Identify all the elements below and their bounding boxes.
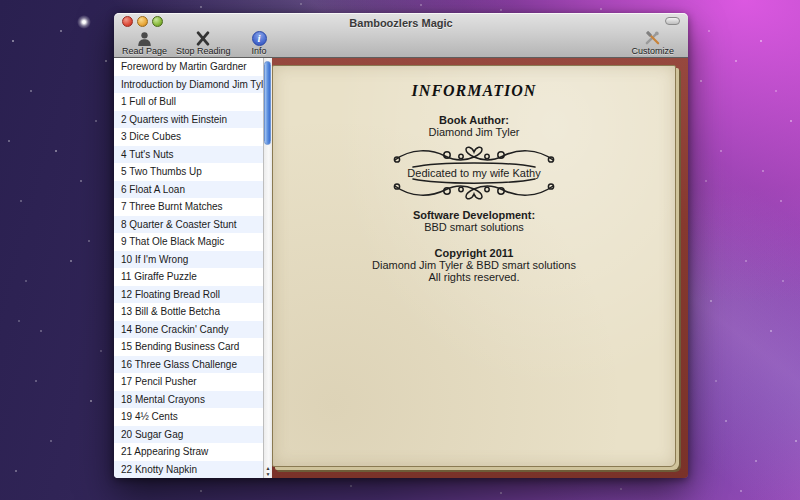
bright-star (77, 15, 91, 29)
toolbar: Read Page Stop Reading i Info (114, 30, 688, 57)
read-page-button[interactable]: Read Page (122, 30, 167, 56)
list-item[interactable]: 11 Giraffe Puzzle (114, 268, 263, 286)
info-icon: i (252, 30, 267, 46)
list-item[interactable]: 19 4½ Cents (114, 408, 263, 426)
flourish-top-icon (389, 143, 559, 168)
list-item[interactable]: 13 Bill & Bottle Betcha (114, 303, 263, 321)
person-icon (136, 30, 153, 46)
titlebar[interactable]: Bamboozlers Magic (114, 13, 688, 30)
window-header: Bamboozlers Magic Read Page (114, 13, 688, 58)
list-item[interactable]: Introduction by Diamond Jim Tyler (114, 76, 263, 94)
book-panel: INFORMATION Book Author: Diamond Jim Tyl… (272, 58, 688, 478)
customize-button[interactable]: Customize (631, 30, 674, 56)
list-item[interactable]: 16 Three Glass Challenge (114, 356, 263, 374)
x-icon (195, 30, 211, 46)
list-item[interactable]: 20 Sugar Gag (114, 426, 263, 444)
list-item[interactable]: 22 Knotty Napkin (114, 461, 263, 479)
list-item[interactable]: 10 If I'm Wrong (114, 251, 263, 269)
close-button[interactable] (122, 16, 133, 27)
info-button[interactable]: i Info (252, 30, 267, 56)
list-item[interactable]: 8 Quarter & Coaster Stunt (114, 216, 263, 234)
copyright-line2: All rights reserved. (273, 271, 675, 283)
list-item[interactable]: 9 That Ole Black Magic (114, 233, 263, 251)
software-label: Software Development: (273, 209, 675, 221)
window-content: Foreword by Martin GardnerIntroduction b… (114, 58, 688, 478)
info-label: Info (252, 46, 267, 56)
scrollbar-thumb[interactable] (264, 61, 271, 145)
software-value: BBD smart solutions (273, 221, 675, 233)
customize-label: Customize (631, 46, 674, 56)
stop-reading-button[interactable]: Stop Reading (176, 30, 231, 56)
page-title: INFORMATION (273, 82, 675, 100)
traffic-lights (122, 16, 163, 27)
copyright-label: Copyright 2011 (273, 247, 675, 259)
list-item[interactable]: 17 Pencil Pusher (114, 373, 263, 391)
copyright-line1: Diamond Jim Tyler & BBD smart solutions (273, 259, 675, 271)
list-item[interactable]: Foreword by Martin Gardner (114, 58, 263, 76)
info-page: INFORMATION Book Author: Diamond Jim Tyl… (272, 65, 676, 467)
scrollbar-arrows: ▲ ▼ (264, 465, 272, 477)
stop-reading-label: Stop Reading (176, 46, 231, 56)
list-item[interactable]: 7 Three Burnt Matches (114, 198, 263, 216)
desktop: Bamboozlers Magic Read Page (0, 0, 800, 500)
list-item[interactable]: 18 Mental Crayons (114, 391, 263, 409)
list-item[interactable]: 15 Bending Business Card (114, 338, 263, 356)
list-item[interactable]: 12 Floating Bread Roll (114, 286, 263, 304)
sidebar: Foreword by Martin GardnerIntroduction b… (114, 58, 272, 478)
app-window: Bamboozlers Magic Read Page (114, 13, 688, 478)
list-item[interactable]: 1 Full of Bull (114, 93, 263, 111)
dedication-ornament: Dedicated to my wife Kathy (389, 143, 559, 203)
window-title: Bamboozlers Magic (114, 14, 688, 29)
list-item[interactable]: 5 Two Thumbs Up (114, 163, 263, 181)
list-item[interactable]: 4 Tut's Nuts (114, 146, 263, 164)
zoom-button[interactable] (152, 16, 163, 27)
book-author-label: Book Author: (273, 114, 675, 126)
starfield (0, 0, 2, 2)
list-item[interactable]: 6 Float A Loan (114, 181, 263, 199)
flourish-bottom-icon (389, 178, 559, 203)
book-author-value: Diamond Jim Tyler (273, 126, 675, 138)
scrollbar[interactable]: ▲ ▼ (263, 58, 272, 478)
list-item[interactable]: 14 Bone Crackin' Candy (114, 321, 263, 339)
toolbar-toggle-button[interactable] (665, 17, 680, 25)
read-page-label: Read Page (122, 46, 167, 56)
list-item[interactable]: 2 Quarters with Einstein (114, 111, 263, 129)
list-item[interactable]: 3 Dice Cubes (114, 128, 263, 146)
scroll-down-button[interactable]: ▼ (264, 471, 272, 477)
minimize-button[interactable] (137, 16, 148, 27)
tools-icon (644, 30, 661, 46)
list-item[interactable]: 21 Appearing Straw (114, 443, 263, 461)
trick-list: Foreword by Martin GardnerIntroduction b… (114, 58, 263, 478)
